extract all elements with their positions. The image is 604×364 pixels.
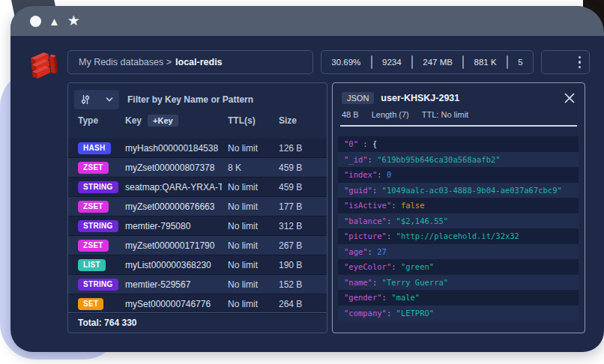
key-size: 459 B	[279, 182, 318, 192]
key-row[interactable]: ZSETmyZset000000676663No limit177 B	[68, 197, 327, 216]
key-type-badge: HASH	[78, 142, 111, 154]
column-header-size[interactable]: Size	[279, 115, 318, 126]
json-separator: :	[372, 186, 382, 195]
stat-value: 881 K	[474, 58, 497, 67]
key-size: 177 B	[279, 201, 318, 212]
window-body: My Redis databases > local-redis 30.69%9…	[10, 36, 604, 352]
key-type-badge: JSON	[342, 92, 374, 104]
json-line[interactable]: "balance": "$2,146.55"	[338, 213, 579, 229]
triangle-icon[interactable]: ▲	[49, 16, 60, 27]
detail-meta-item: 48 B	[342, 110, 359, 119]
overflow-menu-button[interactable]	[541, 50, 590, 74]
columns-header-row: Type Key +Key TTL(s) Size	[68, 113, 327, 128]
key-row[interactable]: SETmySet000000746776No limit264 B	[68, 294, 327, 314]
circle-icon[interactable]	[30, 16, 41, 27]
json-value: {	[372, 139, 377, 148]
key-type-filter-dropdown[interactable]	[74, 90, 119, 109]
detail-meta-item: TTL: No limit	[422, 110, 468, 119]
window-titlebar: ▲ ★	[10, 6, 604, 36]
json-line[interactable]: "isActive": false	[338, 198, 579, 213]
json-value: "http://placehold.it/32x32	[396, 231, 519, 240]
keys-panel: Filter by Key Name or Pattern Type Key +…	[67, 82, 327, 333]
json-line[interactable]: "_id": "619bb95b646ca30a568aafb2"	[338, 152, 579, 168]
breadcrumb[interactable]: My Redis databases > local-redis	[67, 50, 313, 74]
key-row[interactable]: HASHmyHash000000184538No limit126 B	[68, 139, 327, 158]
key-name: myZset000000171790	[125, 240, 222, 251]
json-separator: :	[377, 170, 387, 179]
key-size: 190 B	[279, 260, 318, 270]
json-line[interactable]: "picture": "http://placehold.it/32x32	[338, 228, 579, 244]
filter-row: Filter by Key Name or Pattern	[74, 89, 253, 109]
stat-separator	[507, 55, 508, 69]
detail-meta-row: 48 BLength (7)TTL: No limit	[342, 110, 468, 119]
json-separator: :	[387, 216, 396, 225]
key-name: myZset000000676663	[125, 201, 222, 212]
column-header-type[interactable]: Type	[78, 115, 119, 126]
detail-header: JSON user-KHSKJ-2931	[342, 91, 576, 106]
key-row[interactable]: STRINGseatmap:QARA-YRXA-TZUY:General:UFN…	[68, 178, 327, 197]
key-name: memtier-529567	[125, 279, 222, 290]
key-size: 267 B	[279, 240, 318, 251]
total-label: Total: 764 330	[78, 318, 136, 328]
key-name-title: user-KHSKJ-2931	[381, 93, 557, 103]
filter-input[interactable]: Filter by Key Name or Pattern	[127, 94, 253, 105]
column-header-ttl[interactable]: TTL(s)	[228, 115, 273, 126]
key-name: memtier-795080	[125, 221, 222, 231]
key-row[interactable]: ZSETmyZset000000171790No limit267 B	[68, 236, 327, 255]
json-line[interactable]: "name": "Terry Guerra"	[338, 275, 579, 291]
key-type-badge: STRING	[78, 279, 118, 291]
json-separator: :	[368, 247, 378, 256]
key-ttl: No limit	[228, 279, 273, 290]
page-background: ▲ ★	[0, 0, 604, 364]
json-line[interactable]: "0" : {	[338, 136, 579, 152]
stat-value: 30.69%	[331, 58, 360, 67]
json-value: "Terry Guerra"	[382, 278, 449, 287]
json-separator: :	[391, 201, 401, 210]
json-line[interactable]: "index": 0	[338, 167, 579, 183]
json-key: "isActive"	[344, 201, 391, 210]
stat-separator	[371, 55, 372, 69]
star-icon[interactable]: ★	[67, 13, 80, 28]
key-row[interactable]: LISTmyList000000368230No limit190 B	[68, 255, 327, 275]
key-size: 459 B	[279, 163, 318, 173]
json-separator: :	[372, 278, 382, 287]
key-name: myHash000000184538	[125, 143, 222, 154]
key-row[interactable]: ZSETmyZset0000008073788 K459 B	[68, 158, 327, 178]
key-name: mySet000000746776	[125, 299, 222, 309]
json-value: "619bb95b646ca30a568aafb2"	[377, 155, 500, 164]
add-key-button[interactable]: +Key	[148, 115, 178, 127]
key-ttl: No limit	[228, 182, 273, 192]
total-row: Total: 764 330	[68, 312, 327, 333]
key-details-panel: JSON user-KHSKJ-2931 48 BLength (7)TTL: …	[332, 82, 585, 333]
kebab-icon	[579, 56, 582, 69]
chevron-down-icon	[106, 97, 113, 102]
key-size: 126 B	[279, 143, 318, 154]
key-type-badge: ZSET	[78, 162, 109, 174]
stat-value: 247 MB	[423, 58, 453, 67]
keys-list: HASHmyHash000000184538No limit126 BZSETm…	[68, 139, 327, 314]
breadcrumb-current: local-redis	[175, 57, 223, 67]
json-separator: :	[382, 293, 392, 302]
json-line[interactable]: "gender": "male"	[338, 290, 579, 306]
json-line[interactable]: "age": 27	[338, 244, 579, 260]
close-icon[interactable]	[564, 92, 576, 104]
key-name: seatmap:QARA-YRXA-TZUY:General:UF	[125, 182, 222, 192]
key-name: myList000000368230	[125, 260, 222, 270]
key-row[interactable]: STRINGmemtier-795080No limit312 B	[68, 216, 327, 236]
json-key: "0"	[344, 139, 358, 148]
json-line[interactable]: "guid": "1049aalc-ac03-4888-9b04-ae037a6…	[338, 183, 579, 198]
json-line[interactable]: "company": "LETPRO"	[338, 306, 579, 321]
key-type-badge: ZSET	[78, 240, 109, 252]
key-ttl: No limit	[228, 299, 273, 309]
key-row[interactable]: STRINGmemtier-529567No limit152 B	[68, 275, 327, 294]
key-ttl: 8 K	[228, 163, 273, 173]
key-type-badge: STRING	[78, 181, 118, 193]
key-size: 264 B	[279, 299, 318, 309]
detail-divider	[340, 125, 577, 127]
breadcrumb-path[interactable]: My Redis databases >	[79, 57, 172, 67]
json-line[interactable]: "eyeColor": "green"	[338, 259, 579, 275]
json-key: "name"	[344, 278, 372, 287]
json-key: "age"	[344, 247, 368, 256]
json-key: "company"	[344, 309, 387, 318]
json-separator: :	[368, 155, 378, 164]
